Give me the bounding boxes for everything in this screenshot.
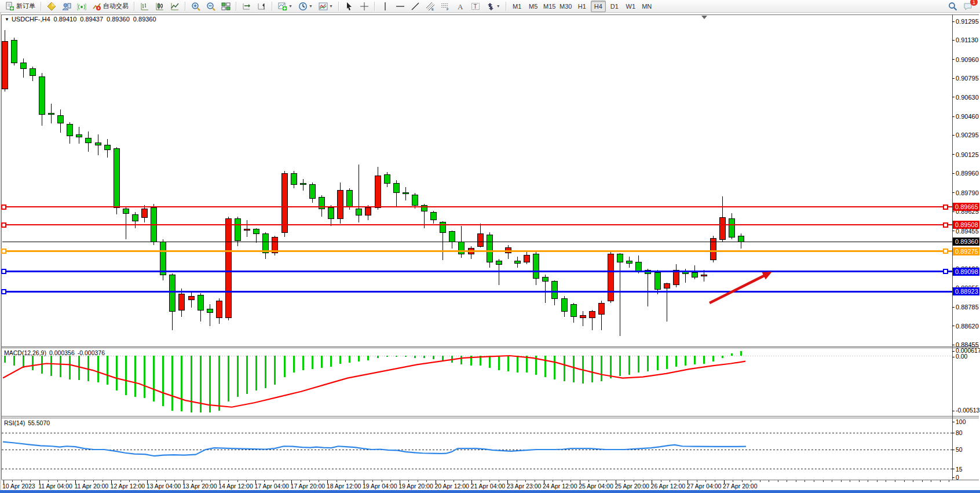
indicators-icon <box>278 2 287 11</box>
macd-scale[interactable]: 0.0006170.00-0.005133 <box>952 347 980 414</box>
candle <box>711 236 716 262</box>
svg-text:E: E <box>432 8 434 11</box>
crosshair-button[interactable] <box>357 0 371 12</box>
svg-text:17 Apr 04:00: 17 Apr 04:00 <box>254 483 289 490</box>
macd-signal-value: -0.000376 <box>78 349 105 356</box>
tab-timeframe-MN[interactable]: MN <box>639 1 654 12</box>
tab-timeframe-D1[interactable]: D1 <box>607 1 622 12</box>
candle <box>272 236 278 255</box>
signal-button[interactable] <box>75 0 89 12</box>
text-button[interactable]: A <box>454 0 467 12</box>
metaeditor-button[interactable] <box>45 0 58 12</box>
svg-text:24 Apr 12:00: 24 Apr 12:00 <box>543 483 577 490</box>
text-icon: A <box>456 2 465 11</box>
svg-text:0.91130: 0.91130 <box>956 36 978 43</box>
time-axis[interactable]: 10 Apr 202311 Apr 04:0011 Apr 20:0012 Ap… <box>2 480 949 490</box>
tab-timeframe-M1[interactable]: M1 <box>510 1 525 12</box>
chart-canvas[interactable]: 0.912950.911300.909600.907950.906300.904… <box>0 0 980 493</box>
new-order-label: 新订单 <box>16 2 35 10</box>
templates-button[interactable]: ▼ <box>316 0 335 12</box>
svg-text:A: A <box>458 2 463 11</box>
auto-arrange-button[interactable] <box>240 0 254 12</box>
tab-timeframe-M15[interactable]: M15 <box>542 1 557 12</box>
candle <box>114 147 119 214</box>
svg-text:80: 80 <box>956 429 963 436</box>
low-value: 0.89360 <box>107 16 130 23</box>
dropdown-caret-icon: ▼ <box>329 4 333 8</box>
separator <box>374 2 375 11</box>
svg-text:0: 0 <box>956 474 959 481</box>
svg-text:0.89508: 0.89508 <box>955 221 978 228</box>
bar-chart-button[interactable] <box>138 0 152 12</box>
autotrading-button[interactable]: 自动交易 <box>90 0 131 12</box>
close-value: 0.89360 <box>133 16 156 23</box>
trendline-button[interactable] <box>408 0 422 12</box>
high-value: 0.89437 <box>80 16 103 23</box>
svg-text:100: 100 <box>956 418 966 425</box>
market-watch-button[interactable] <box>60 0 74 12</box>
new-order-button[interactable]: 新订单 <box>3 0 38 12</box>
text-label-button[interactable]: T <box>469 0 482 12</box>
tab-timeframe-M5[interactable]: M5 <box>526 1 541 12</box>
svg-text:0.90460: 0.90460 <box>956 113 979 120</box>
horizontal-line-icon <box>396 2 405 11</box>
symbol-period: USDCHF-,H4 <box>12 16 50 23</box>
line-chart-button[interactable] <box>168 0 182 12</box>
vertical-line-button[interactable] <box>378 0 392 12</box>
svg-text:19 Apr 04:00: 19 Apr 04:00 <box>363 483 397 490</box>
equidistant-channel-button[interactable]: E <box>423 0 437 12</box>
price-axis[interactable]: 0.912950.911300.909600.907950.906300.904… <box>952 18 979 348</box>
svg-text:13 Apr 04:00: 13 Apr 04:00 <box>147 483 181 490</box>
indicators-button[interactable]: ▼ <box>276 0 295 12</box>
svg-text:0.89098: 0.89098 <box>955 268 978 275</box>
metaeditor-icon <box>47 2 56 11</box>
text-label-icon: T <box>471 2 480 11</box>
signal-icon <box>77 2 86 11</box>
svg-text:11 Apr 04:00: 11 Apr 04:00 <box>38 483 72 490</box>
svg-text:27 Apr 20:00: 27 Apr 20:00 <box>723 483 758 490</box>
separator <box>41 2 42 11</box>
zoom-out-button[interactable] <box>204 0 218 12</box>
cursor-button[interactable] <box>342 0 356 12</box>
vertical-line-icon <box>381 2 390 11</box>
svg-text:18 Apr 12:00: 18 Apr 12:00 <box>327 483 361 490</box>
open-value: 0.89410 <box>54 16 77 23</box>
timeframe-bar: M1M5M15M30H1H4D1W1MN <box>509 1 655 12</box>
tab-timeframe-H4[interactable]: H4 <box>591 1 606 12</box>
chat-button[interactable]: 1 <box>961 0 975 12</box>
periods-button[interactable]: ▼ <box>296 0 315 12</box>
tab-timeframe-M30[interactable]: M30 <box>558 1 573 12</box>
fibonacci-button[interactable]: F <box>438 0 452 12</box>
svg-text:14 Apr 12:00: 14 Apr 12:00 <box>218 483 253 490</box>
tab-timeframe-W1[interactable]: W1 <box>623 1 638 12</box>
svg-text:25 Apr 04:00: 25 Apr 04:00 <box>579 483 613 490</box>
autotrading-icon <box>92 2 101 11</box>
periods-clock-icon <box>298 2 308 11</box>
horizontal-line-button[interactable] <box>393 0 407 12</box>
candle <box>225 217 231 320</box>
line-chart-icon <box>170 2 180 11</box>
new-order-icon <box>5 2 14 11</box>
toolbar-right: 1 <box>945 0 975 12</box>
chart-shift-button[interactable] <box>255 0 269 12</box>
candle <box>11 38 17 65</box>
svg-text:F: F <box>447 8 449 11</box>
candle <box>281 171 287 237</box>
tile-windows-button[interactable] <box>219 0 233 12</box>
equidistant-channel-icon: E <box>426 2 435 11</box>
svg-text:26 Apr 12:00: 26 Apr 12:00 <box>651 483 686 490</box>
search-button[interactable] <box>946 0 960 12</box>
svg-text:0.89275: 0.89275 <box>955 248 978 255</box>
rsi-scale[interactable]: 1008050150 <box>952 418 966 481</box>
svg-text:0.88785: 0.88785 <box>956 304 979 311</box>
svg-text:50: 50 <box>956 446 963 453</box>
svg-text:0.89665: 0.89665 <box>955 203 978 210</box>
candlestick-chart-button[interactable] <box>153 0 167 12</box>
zoom-in-button[interactable] <box>189 0 203 12</box>
chart-shift-icon <box>257 2 266 11</box>
window-edge <box>0 13 1 490</box>
zoom-out-icon <box>206 2 215 11</box>
tab-timeframe-H1[interactable]: H1 <box>575 1 590 12</box>
arrows-button[interactable]: ▼ <box>484 0 503 12</box>
toolbar: 新订单 自动交易 <box>0 0 980 13</box>
